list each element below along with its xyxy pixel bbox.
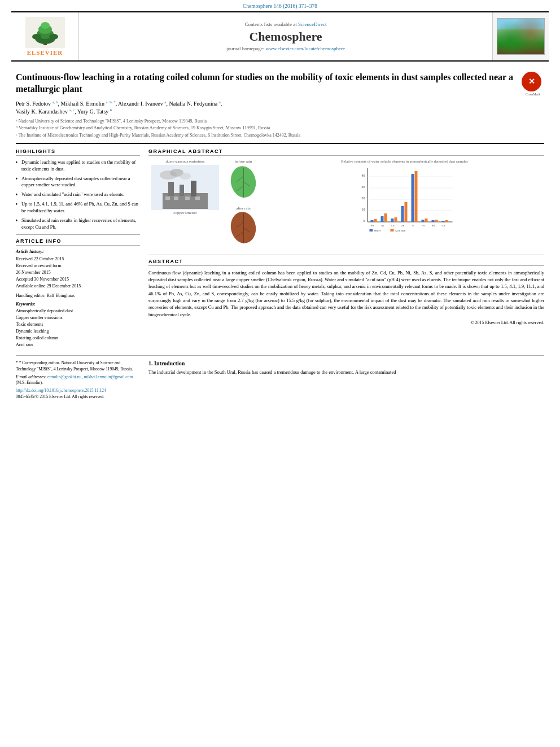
highlights-header: HIGHLIGHTS bbox=[16, 148, 140, 156]
leaf-after-svg bbox=[226, 211, 260, 250]
keyword-3: Toxic elements bbox=[16, 321, 140, 328]
accepted-date: Accepted 30 November 2015 bbox=[16, 276, 140, 283]
highlight-item: Dynamic leaching was applied to studies … bbox=[16, 159, 140, 173]
highlight-item: Atmospherically deposited dust samples c… bbox=[16, 176, 140, 189]
email-name: (M.S. Ermolin). bbox=[16, 380, 43, 385]
graphical-abstract-header: GRAPHICAL ABSTRACT bbox=[148, 148, 544, 156]
journal-homepage-line: journal homepage: www.elsevier.com/locat… bbox=[226, 46, 345, 51]
affil-c: The Institute of Microelectronics Techno… bbox=[19, 132, 300, 138]
citation-bar: Chemosphere 146 (2016) 371–378 bbox=[0, 0, 560, 11]
article-history-label: Article history: bbox=[16, 249, 140, 254]
email1-link[interactable]: ermolin@geokhi.ru bbox=[47, 374, 81, 379]
keyword-6: Acid rain bbox=[16, 342, 140, 348]
email2-link[interactable]: mikhail.ermolin@gmail.com bbox=[84, 374, 133, 379]
svg-rect-48 bbox=[405, 202, 408, 222]
abstract-section: ABSTRACT Continuous-flow (dynamic) leach… bbox=[148, 259, 544, 325]
after-rain-label: after rain bbox=[236, 206, 250, 211]
citation-text: Chemosphere 146 (2016) 371–378 bbox=[243, 3, 317, 9]
svg-rect-55 bbox=[442, 221, 445, 222]
svg-point-5 bbox=[41, 22, 50, 29]
svg-rect-44 bbox=[384, 213, 387, 222]
handling-editor-label: Handling editor: bbox=[16, 293, 46, 298]
elsevier-tree-icon bbox=[25, 17, 65, 48]
crossmark-area: ✕ CrossMark bbox=[522, 72, 544, 91]
keyword-2: Copper smelter emissions bbox=[16, 314, 140, 321]
corresponding-text: * Corresponding author. National Univers… bbox=[16, 360, 133, 372]
svg-rect-46 bbox=[395, 217, 397, 222]
left-column: HIGHLIGHTS Dynamic leaching was applied … bbox=[16, 148, 140, 348]
affil-a: National University of Science and Techn… bbox=[19, 118, 207, 124]
highlights-list: Dynamic leaching was applied to studies … bbox=[16, 159, 140, 231]
intro-heading: Introduction bbox=[154, 360, 185, 366]
affil-b: Vernadsky Institute of Geochemistry and … bbox=[19, 125, 270, 131]
factory-image-area: dusty-gaseous emissions bbox=[148, 159, 222, 215]
svg-text:Cd: Cd bbox=[442, 224, 445, 227]
svg-text:30: 30 bbox=[362, 185, 365, 189]
intro-title: 1. Introduction bbox=[148, 360, 544, 366]
handling-editor-name: Ralf Ebinghaus bbox=[47, 293, 75, 298]
keywords-label: Keywords: bbox=[16, 302, 140, 307]
svg-rect-49 bbox=[412, 174, 414, 222]
copyright-line: © 2015 Elsevier Ltd. All rights reserved… bbox=[148, 320, 544, 325]
introduction-column: 1. Introduction The industrial developme… bbox=[148, 360, 544, 400]
abstract-header: ABSTRACT bbox=[148, 259, 544, 266]
received-date: Received 22 October 2015 bbox=[16, 256, 140, 263]
journal-thumbnail-area bbox=[492, 12, 549, 60]
crossmark-label: CrossMark bbox=[522, 93, 544, 96]
svg-rect-56 bbox=[445, 220, 448, 222]
svg-point-11 bbox=[180, 173, 191, 180]
corresponding-note: * * Corresponding author. National Unive… bbox=[16, 360, 140, 373]
svg-text:Pb: Pb bbox=[371, 224, 374, 227]
two-column-layout: HIGHLIGHTS Dynamic leaching was applied … bbox=[16, 148, 544, 348]
svg-rect-14 bbox=[180, 185, 184, 196]
contents-label: Contents lists available at bbox=[245, 21, 297, 27]
svg-rect-53 bbox=[432, 220, 435, 222]
journal-header: ELSEVIER Contents lists available at Sci… bbox=[11, 11, 549, 62]
svg-rect-65 bbox=[370, 229, 373, 231]
journal-title-area: Contents lists available at ScienceDirec… bbox=[79, 12, 492, 60]
svg-text:10: 10 bbox=[362, 208, 365, 211]
svg-rect-19 bbox=[195, 196, 200, 200]
crossmark-icon[interactable]: ✕ bbox=[522, 72, 541, 91]
footnote-column: * * Corresponding author. National Unive… bbox=[16, 360, 140, 400]
sciencedirect-link[interactable]: ScienceDirect bbox=[298, 21, 326, 27]
keyword-1: Atmospherically deposited dust bbox=[16, 308, 140, 314]
elsevier-label: ELSEVIER bbox=[27, 49, 63, 56]
svg-rect-17 bbox=[174, 196, 178, 200]
homepage-url[interactable]: www.elsevier.com/locate/chemosphere bbox=[266, 46, 345, 51]
svg-text:Acid rain: Acid rain bbox=[395, 229, 406, 232]
svg-rect-15 bbox=[191, 181, 196, 196]
handling-editor: Handling editor: Ralf Ebinghaus bbox=[16, 293, 140, 298]
svg-rect-18 bbox=[185, 196, 190, 200]
publisher-logo-area: ELSEVIER bbox=[11, 12, 79, 60]
article-title: Continuous-flow leaching in a rotating c… bbox=[16, 72, 516, 95]
svg-text:Sb: Sb bbox=[432, 224, 435, 227]
authors-line: Petr S. Fedotov a, b, Mikhail S. Ermolin… bbox=[16, 100, 544, 116]
svg-text:Ni: Ni bbox=[422, 224, 425, 227]
svg-rect-43 bbox=[381, 216, 384, 222]
journal-thumbnail bbox=[497, 18, 545, 55]
factory-svg bbox=[151, 165, 219, 210]
available-date: Available online 29 December 2015 bbox=[16, 283, 140, 290]
doi-link[interactable]: http://dx.doi.org/10.1016/j.chemosphere.… bbox=[16, 388, 106, 393]
article-title-section: Continuous-flow leaching in a rotating c… bbox=[16, 72, 544, 95]
chart-area: Relative contents of water soluble eleme… bbox=[265, 159, 544, 233]
svg-rect-52 bbox=[425, 219, 428, 222]
svg-text:Cu: Cu bbox=[391, 224, 395, 227]
svg-rect-13 bbox=[168, 182, 174, 196]
article-info-section: ARTICLE INFO Article history: Received 2… bbox=[16, 238, 140, 348]
homepage-label: journal homepage: bbox=[226, 46, 264, 51]
svg-rect-50 bbox=[415, 171, 418, 222]
svg-text:0: 0 bbox=[364, 219, 365, 222]
svg-rect-47 bbox=[401, 206, 404, 222]
svg-rect-67 bbox=[391, 229, 394, 231]
before-rain-label: before rain bbox=[235, 159, 252, 164]
issn-line: 0045-6535/© 2015 Elsevier Ltd. All right… bbox=[16, 394, 140, 399]
main-divider bbox=[16, 143, 544, 144]
keyword-4: Dynamic leaching bbox=[16, 328, 140, 335]
intro-text: The industrial development in the South … bbox=[148, 369, 544, 375]
page: Chemosphere 146 (2016) 371–378 bbox=[0, 0, 560, 747]
svg-point-6 bbox=[32, 34, 41, 40]
journal-name: Chemosphere bbox=[249, 29, 322, 44]
highlight-item: Up to 1.5, 4.1, 1.9, 11, and 46% of Pb, … bbox=[16, 201, 140, 215]
